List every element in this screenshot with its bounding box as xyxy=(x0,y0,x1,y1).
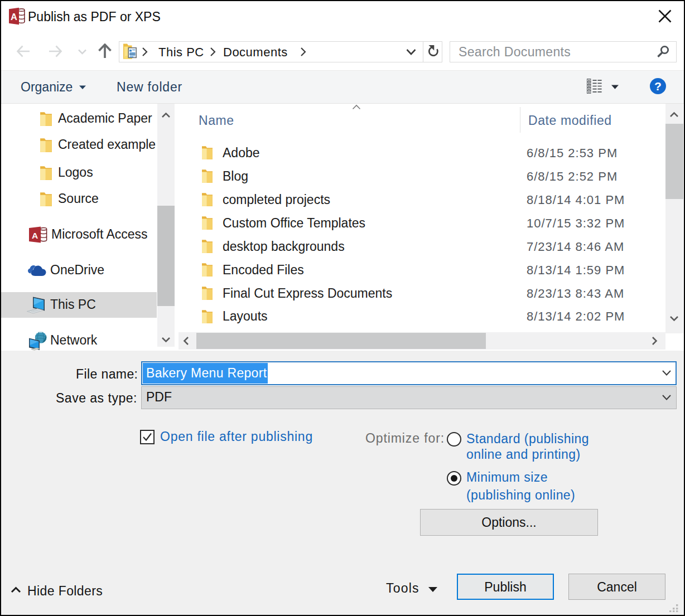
svg-text:A: A xyxy=(32,231,38,240)
svg-text:A: A xyxy=(11,12,17,22)
